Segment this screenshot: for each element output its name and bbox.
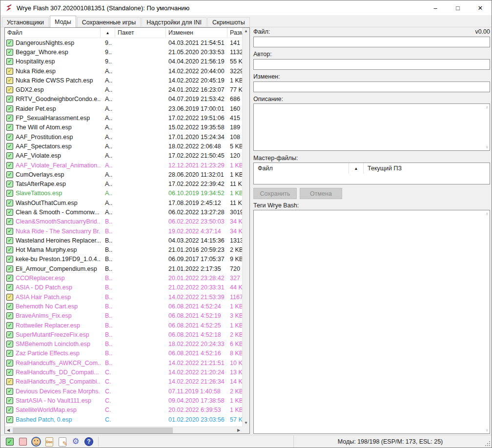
- minimize-button[interactable]: –: [424, 0, 447, 15]
- column-header-package[interactable]: Пакет: [115, 28, 166, 38]
- mod-checkbox-icon[interactable]: ✓: [6, 360, 13, 367]
- gear-icon[interactable]: ⚙: [71, 437, 81, 447]
- column-header-size[interactable]: Разм: [227, 28, 242, 38]
- file-input[interactable]: [253, 37, 490, 47]
- table-row[interactable]: ✓AAF_Violate_Feral_Animation...A..12.12.…: [5, 161, 242, 170]
- masters-column-file[interactable]: Файл: [254, 163, 349, 174]
- scroll-down-icon[interactable]: ▼: [243, 420, 249, 427]
- horizontal-scrollbar[interactable]: ◀ ▶: [5, 427, 242, 433]
- checkbox-unchecked-icon[interactable]: [18, 437, 28, 447]
- masters-column-current-lo[interactable]: Текущий ПЗ: [364, 163, 490, 174]
- table-row[interactable]: ✓SlaveTattoos.espA..06.10.2019 19:34:521…: [5, 189, 242, 198]
- table-row[interactable]: ✓Hot Mama Murphy.espB..21.01.2016 20:59:…: [5, 245, 242, 255]
- mod-checkbox-icon[interactable]: ✓: [6, 134, 13, 141]
- mod-checkbox-icon[interactable]: ✓: [6, 388, 13, 395]
- mod-checkbox-icon[interactable]: ✓: [6, 284, 13, 291]
- table-row[interactable]: ✓RealHandcuffs_JB_Compatibi...C.14.02.20…: [5, 377, 242, 387]
- table-row[interactable]: ✓AAF_Prostitution.espA..17.01.2020 15:24…: [5, 132, 242, 142]
- table-row[interactable]: ✓Rottweiler Replacer.espB..06.08.2021 4:…: [5, 321, 242, 330]
- close-button[interactable]: ✕: [469, 0, 492, 15]
- description-textarea[interactable]: ∧ ∨: [253, 103, 490, 151]
- mod-checkbox-icon[interactable]: ✓: [6, 350, 13, 357]
- table-row[interactable]: ✓FP_SexualHarassment.espA..17.02.2022 19…: [5, 113, 242, 122]
- mod-checkbox-icon[interactable]: ✓: [6, 209, 13, 216]
- mod-checkbox-icon[interactable]: ✓: [6, 246, 13, 253]
- mod-checkbox-icon[interactable]: ✓: [6, 407, 13, 413]
- mod-checkbox-icon[interactable]: ✓: [6, 152, 13, 159]
- help-icon[interactable]: ?: [84, 437, 94, 447]
- mod-checkbox-icon[interactable]: ✓: [6, 331, 13, 338]
- table-row[interactable]: ✓TatsAfterRape.espA..17.02.2022 22:39:42…: [5, 179, 242, 188]
- doc-icon[interactable]: Doc: [44, 437, 54, 447]
- mod-checkbox-icon[interactable]: ✓: [6, 58, 13, 65]
- table-row[interactable]: ✓CCOReplacer.espB..20.01.2022 23:28:4232…: [5, 273, 242, 283]
- table-row[interactable]: ✓Nuka Ride - The Sanctuarry Br...B..19.0…: [5, 226, 242, 236]
- tab-сохраненные-игры[interactable]: Сохраненные игры: [77, 17, 141, 27]
- scroll-left-icon[interactable]: ◀: [5, 427, 12, 433]
- mod-checkbox-icon[interactable]: ✓: [6, 115, 13, 122]
- table-row[interactable]: ✓Nuka Ride.espA..14.02.2022 20:44:003229: [5, 66, 242, 76]
- horizontal-scrollbar-thumb[interactable]: [13, 428, 173, 433]
- mod-checkbox-icon[interactable]: ✓: [6, 77, 13, 84]
- table-row[interactable]: ✓StartASIA - No Vault111.espC.09.04.2020…: [5, 396, 242, 405]
- table-row[interactable]: ✓BraveAnims_Fix.espB..06.08.2021 4:52:19…: [5, 311, 242, 321]
- table-row[interactable]: ✓RealHandcuffs_DD_Compati...C.14.02.2022…: [5, 367, 242, 377]
- mod-checkbox-icon[interactable]: ✓: [6, 256, 13, 263]
- table-row[interactable]: ✓SMBehemoth Loincloth.espB..18.02.2022 2…: [5, 340, 242, 349]
- table-row[interactable]: ✓keke-bu Preston.19FD9_1.0.4....B..06.09…: [5, 255, 242, 264]
- mod-checkbox-icon[interactable]: ✓: [6, 68, 13, 75]
- modified-input[interactable]: [253, 81, 490, 92]
- mod-checkbox-icon[interactable]: ✓: [6, 190, 13, 197]
- table-row[interactable]: ✓Devious Devices Face Morphs...C.07.11.2…: [5, 387, 242, 396]
- table-row[interactable]: ✓ASIA Hair Patch.espB..14.02.2022 21:53:…: [5, 292, 242, 302]
- table-row[interactable]: ✓Wasteland Heroines Replacer...B..04.03.…: [5, 236, 242, 245]
- table-row[interactable]: ✓Clean&SmoothSanctuarryBrid...B..06.02.2…: [5, 217, 242, 226]
- mod-checkbox-icon[interactable]: ✓: [6, 200, 13, 206]
- column-header-modified[interactable]: Изменен: [166, 28, 227, 38]
- table-row[interactable]: ✓Bashed Patch, 0.espC.01.02.2020 23:03:5…: [5, 415, 242, 424]
- table-row[interactable]: ✓Zaz Particle Effects.espB..06.08.2021 4…: [5, 349, 242, 358]
- table-row[interactable]: ✓RRTV_GoodneighborCondo.e...A..04.07.201…: [5, 95, 242, 104]
- table-row[interactable]: ✓CumOverlays.espA..28.06.2020 11:32:011 …: [5, 170, 242, 179]
- author-input[interactable]: [253, 59, 490, 70]
- mod-checkbox-icon[interactable]: ✓: [6, 181, 13, 187]
- mod-checkbox-icon[interactable]: ✓: [6, 265, 13, 272]
- mod-checkbox-icon[interactable]: ✓: [6, 378, 13, 385]
- save-button[interactable]: Сохранить: [253, 188, 297, 199]
- mod-checkbox-icon[interactable]: ✓: [6, 237, 13, 244]
- mod-checkbox-icon[interactable]: ✓: [6, 124, 13, 131]
- mod-checkbox-icon[interactable]: ✓: [6, 162, 13, 169]
- tab-моды[interactable]: Моды: [50, 16, 76, 27]
- mod-checkbox-icon[interactable]: ✓: [6, 294, 13, 301]
- table-row[interactable]: ✓AAF_Violate.espA..17.02.2022 21:50:4512…: [5, 151, 242, 161]
- scroll-up-icon[interactable]: ▲: [243, 28, 249, 35]
- mod-checkbox-icon[interactable]: ✓: [6, 303, 13, 310]
- mod-checkbox-icon[interactable]: ✓: [6, 218, 13, 225]
- vertical-scrollbar[interactable]: ▲ ▼: [242, 28, 249, 427]
- resize-grip[interactable]: [485, 441, 490, 446]
- mod-checkbox-icon[interactable]: ✓: [6, 228, 13, 235]
- table-row[interactable]: ✓The Will of Atom.espA..15.02.2022 19:35…: [5, 123, 242, 132]
- mod-checkbox-icon[interactable]: ✓: [6, 341, 13, 347]
- mod-checkbox-icon[interactable]: ✓: [6, 369, 13, 376]
- table-row[interactable]: ✓SatelliteWorldMap.espC.20.02.2022 6:39:…: [5, 406, 242, 415]
- table-row[interactable]: ✓Clean & Smooth - Commonw...A..06.02.202…: [5, 207, 242, 217]
- mod-checkbox-icon[interactable]: ✓: [6, 397, 13, 404]
- table-row[interactable]: ✓RealHandcuffs_AWKCR_Com...B..14.02.2022…: [5, 358, 242, 367]
- mod-checkbox-icon[interactable]: ✓: [6, 322, 13, 329]
- vault-boy-icon[interactable]: [31, 437, 41, 447]
- table-row[interactable]: ✓Hospitality.esp9..04.04.2020 21:56:1955…: [5, 57, 242, 66]
- mod-checkbox-icon[interactable]: ✓: [6, 40, 13, 46]
- table-row[interactable]: ✓AAF_Spectators.espA..18.02.2022 2:06:48…: [5, 142, 242, 151]
- mod-checkbox-icon[interactable]: ✓: [6, 416, 13, 423]
- table-row[interactable]: ✓Raider Pet.espA..23.06.2019 17:00:01160: [5, 104, 242, 113]
- table-row[interactable]: ✓SuperMutantFreezeFix.espB..06.08.2021 4…: [5, 330, 242, 339]
- column-header-load-order[interactable]: ▲: [101, 28, 115, 38]
- tab-скриншоты[interactable]: Скриншоты: [207, 17, 250, 27]
- cancel-button[interactable]: Отмена: [300, 188, 342, 199]
- mod-checkbox-icon[interactable]: ✓: [6, 105, 13, 112]
- table-row[interactable]: ✓GDX2.espA..24.01.2022 16:23:0777 K: [5, 85, 242, 94]
- table-row[interactable]: ✓Behemoth No Cart.espB..06.08.2021 4:52:…: [5, 302, 242, 311]
- mod-checkbox-icon[interactable]: ✓: [6, 275, 13, 282]
- mod-checkbox-icon[interactable]: ✓: [6, 86, 13, 93]
